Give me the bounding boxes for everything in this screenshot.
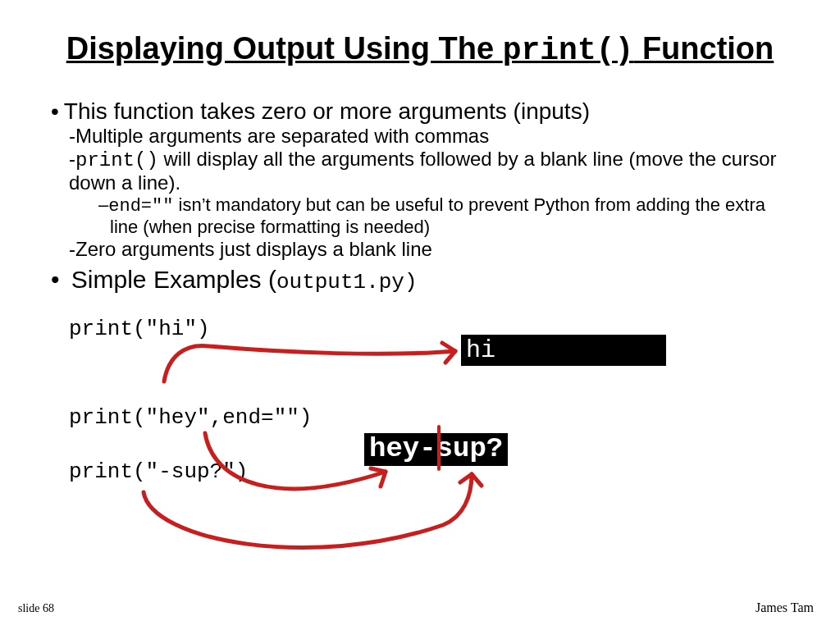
hand-drawn-arrows: [0, 0, 840, 630]
code-line-3: print("-sup?"): [69, 459, 248, 484]
subsub-end-rest: isn’t mandatory but can be useful to pre…: [110, 194, 765, 237]
subsub-end-arg: –end="" isn’t mandatory but can be usefu…: [98, 194, 797, 238]
dash: -: [69, 148, 75, 170]
end-code: end="": [108, 196, 173, 217]
bullet-arguments: This function takes zero or more argumen…: [51, 98, 797, 125]
author-name: James Tam: [756, 600, 814, 615]
sub-zero-args: -Zero arguments just displays a blank li…: [69, 238, 797, 261]
examples-filename: output1.py): [276, 270, 418, 294]
bullet-examples: Simple Examples (output1.py): [51, 266, 797, 294]
sub-multiple-args: -Multiple arguments are separated with c…: [69, 125, 797, 148]
examples-pre: Simple Examples (: [71, 266, 276, 293]
terminal-output-1: hi: [461, 335, 666, 366]
code-line-1: print("hi"): [69, 317, 210, 341]
sub-print-rest: will display all the arguments followed …: [69, 148, 777, 194]
print-code: print(): [75, 149, 158, 171]
terminal-output-2: hey-sup?: [364, 433, 508, 466]
sub-print-blankline: -print() will display all the arguments …: [69, 148, 797, 194]
slide-title: Displaying Output Using The print() Func…: [0, 31, 840, 68]
title-code: print(): [503, 33, 634, 68]
en-dash: –: [98, 194, 108, 215]
slide-number: slide 68: [18, 602, 54, 615]
title-prefix: Displaying Output Using The: [66, 31, 503, 66]
slide: Displaying Output Using The print() Func…: [0, 0, 840, 630]
title-suffix: Function: [633, 31, 774, 66]
slide-body: This function takes zero or more argumen…: [51, 98, 797, 294]
code-line-2: print("hey",end=""): [69, 405, 312, 430]
